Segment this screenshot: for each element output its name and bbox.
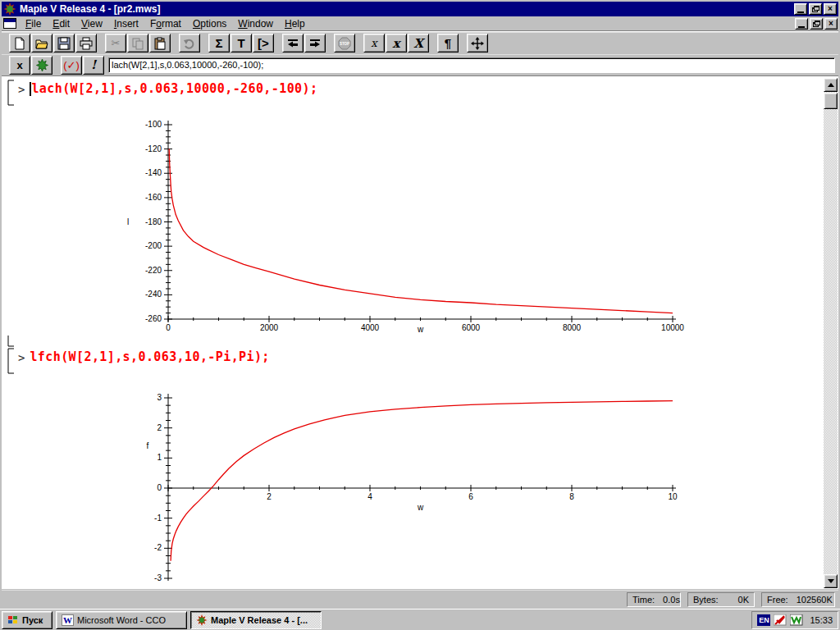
stop-button[interactable]: STOP <box>334 34 355 52</box>
svg-text:-100: -100 <box>145 120 162 129</box>
menu-bar: File Edit View Insert Format Options Win… <box>2 16 838 31</box>
svg-text:STOP: STOP <box>340 42 349 46</box>
keyboard-layout-indicator[interactable]: EN <box>757 614 770 626</box>
execution-group-2[interactable]: > lfch(W[2,1],s,0.063,10,-Pi,Pi); <box>7 348 270 374</box>
paste-button[interactable] <box>149 34 171 52</box>
exclamation-icon: ! <box>91 57 97 72</box>
menu-window[interactable]: Window <box>232 17 279 30</box>
new-button[interactable] <box>9 34 30 52</box>
windows-flag-icon <box>7 615 19 625</box>
menu-view[interactable]: View <box>75 17 108 30</box>
font-large-button[interactable]: X <box>408 34 429 52</box>
outdent-button[interactable] <box>282 34 304 52</box>
child-minimize-button[interactable] <box>795 18 808 30</box>
x-large-icon: X <box>413 36 423 51</box>
status-bar: Time:0.0s Bytes:0K Free:102560K <box>2 590 838 608</box>
group-bracket-end-icon <box>7 336 15 347</box>
expression-input[interactable] <box>108 57 835 73</box>
execution-group-1[interactable]: > lach(W[2,1],s,0.063,10000,-260,-100); <box>7 80 317 106</box>
scrollbar-thumb[interactable] <box>824 93 838 109</box>
menu-format[interactable]: Format <box>144 17 187 30</box>
svg-text:-1: -1 <box>154 514 162 523</box>
taskbar: Пуск W Microsoft Word - CCO Maple V Rele… <box>0 609 840 630</box>
scroll-up-button[interactable] <box>824 78 838 92</box>
menu-help[interactable]: Help <box>279 17 311 30</box>
time-value: 0.0s <box>663 595 680 605</box>
pilcrow-icon: ¶ <box>445 36 451 50</box>
svg-text:2: 2 <box>157 423 162 432</box>
child-close-button[interactable]: × <box>824 18 838 30</box>
close-button[interactable]: × <box>824 3 837 15</box>
execute-button[interactable]: ! <box>83 56 104 75</box>
free-value: 102560K <box>797 595 833 605</box>
task-word[interactable]: W Microsoft Word - CCO <box>56 611 187 629</box>
menu-file[interactable]: File <box>20 17 47 30</box>
group-bracket-icon <box>7 348 15 374</box>
cut-button[interactable]: ✂ <box>105 34 126 52</box>
worksheet-area[interactable]: > lach(W[2,1],s,0.063,10000,-260,-100); … <box>2 75 838 589</box>
copy-button[interactable] <box>127 34 148 52</box>
svg-text:1: 1 <box>157 453 162 462</box>
scissors-icon: ✂ <box>112 37 121 49</box>
main-toolbar: ✂ Σ T [> STOP x x X ¶ <box>2 32 838 53</box>
resize-mode-button[interactable] <box>467 34 488 52</box>
text-mode-icon: T <box>237 36 244 50</box>
undo-button[interactable] <box>179 34 200 52</box>
open-button[interactable] <box>31 34 52 52</box>
expression-x-icon: x <box>16 59 22 71</box>
svg-text:0: 0 <box>166 323 171 332</box>
menu-insert[interactable]: Insert <box>108 17 144 30</box>
clock: 15:33 <box>810 615 833 625</box>
maple-mode-button[interactable] <box>31 56 52 75</box>
svg-text:6: 6 <box>468 492 473 501</box>
title-bar[interactable]: Maple V Release 4 - [pr2.mws] × <box>2 2 838 16</box>
task-maple[interactable]: Maple V Release 4 - [... <box>190 611 322 629</box>
svg-text:8: 8 <box>569 492 574 501</box>
svg-text:3: 3 <box>157 393 162 402</box>
copy-icon <box>131 37 144 50</box>
text-mode-button[interactable]: T <box>231 34 252 52</box>
task-label: Microsoft Word - CCO <box>77 615 166 625</box>
sigma-button[interactable]: Σ <box>208 34 230 52</box>
four-way-arrows-icon <box>471 37 484 50</box>
indent-button[interactable] <box>304 34 326 52</box>
paragraph-button[interactable]: ¶ <box>437 34 459 52</box>
scrollbar-track[interactable] <box>824 92 838 574</box>
svg-text:8000: 8000 <box>563 323 582 332</box>
window-title: Maple V Release 4 - [pr2.mws] <box>20 3 794 15</box>
start-label: Пуск <box>22 615 43 625</box>
worksheet-system-icon[interactable] <box>3 18 16 29</box>
maple-prompt-button[interactable]: [> <box>253 34 274 52</box>
svg-text:-140: -140 <box>145 168 162 177</box>
print-button[interactable] <box>75 34 97 52</box>
minimize-button[interactable] <box>794 3 807 15</box>
font-medium-button[interactable]: x <box>386 34 407 52</box>
minimize-icon <box>798 26 805 28</box>
child-restore-button[interactable] <box>810 18 823 30</box>
triangle-down-icon <box>828 579 834 583</box>
check-input-button[interactable]: (✓) <box>61 56 82 75</box>
vertical-scrollbar[interactable] <box>824 78 838 588</box>
svg-text:2000: 2000 <box>260 323 279 332</box>
maple-input-2[interactable]: lfch(W[2,1],s,0.063,10,-Pi,Pi); <box>30 349 269 364</box>
svg-text:2: 2 <box>267 492 272 501</box>
menu-edit[interactable]: Edit <box>47 17 75 30</box>
close-icon: × <box>828 5 833 13</box>
commander-tray-icon[interactable] <box>790 614 803 626</box>
svg-text:-260: -260 <box>145 314 162 323</box>
minimize-icon <box>797 11 804 13</box>
restore-button[interactable] <box>809 3 822 15</box>
arrow-left-icon <box>286 37 299 50</box>
scroll-down-button[interactable] <box>824 574 838 588</box>
save-button[interactable] <box>53 34 75 52</box>
printer-icon <box>80 37 93 50</box>
menu-options[interactable]: Options <box>187 17 232 30</box>
antivirus-check-icon[interactable] <box>774 614 787 626</box>
svg-text:f: f <box>147 441 149 450</box>
font-small-button[interactable]: x <box>363 34 385 52</box>
open-folder-icon <box>35 37 48 50</box>
symbol-mode-button[interactable]: x <box>9 56 30 75</box>
maple-input-1[interactable]: lach(W[2,1],s,0.063,10000,-260,-100); <box>31 81 317 96</box>
bytes-value: 0K <box>738 595 749 605</box>
start-button[interactable]: Пуск <box>2 611 52 629</box>
